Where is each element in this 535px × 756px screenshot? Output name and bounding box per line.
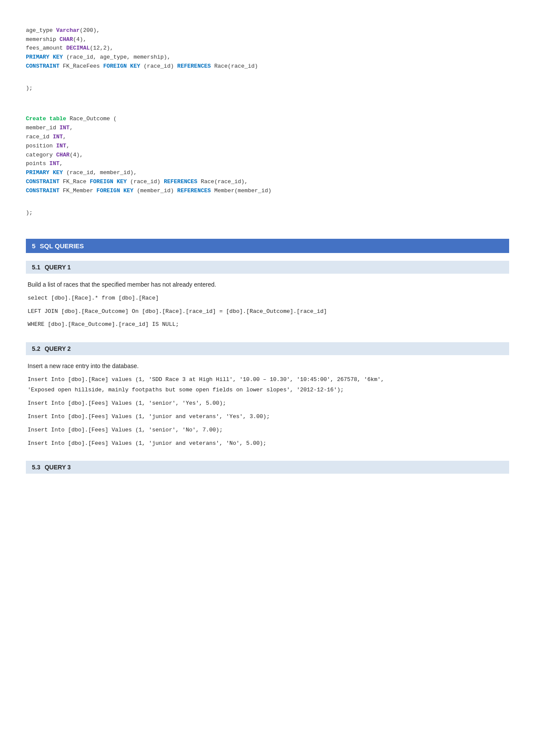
query2-line2: Insert Into [dbo].[Fees] Values (1, 'sen… — [28, 399, 507, 408]
query2-line5: Insert Into [dbo].[Fees] Values (1, 'jun… — [28, 439, 507, 448]
subsection-51-header: 5.1 QUERY 1 — [26, 261, 509, 274]
query1-description: Build a list of races that the specified… — [28, 280, 507, 289]
subsection-52-header: 5.2 QUERY 2 — [26, 342, 509, 355]
query2-description: Insert a new race entry into the databas… — [28, 361, 507, 371]
code-block-top: age_type Varchar(200), memership CHAR(4)… — [26, 13, 509, 75]
subsection-53-number: 5.3 — [32, 464, 40, 471]
code-block-race-outcome: Create table Race_Outcome ( member_id IN… — [26, 102, 509, 200]
query2-line3: Insert Into [dbo].[Fees] Values (1, 'jun… — [28, 412, 507, 422]
subsection-52-title: QUERY 2 — [44, 345, 71, 352]
query2-line1: Insert Into [dbo].[Race] values (1, 'SDD… — [28, 375, 507, 384]
subsection-51-number: 5.1 — [32, 264, 40, 271]
query1-line3: WHERE [dbo].[Race_Outcome].[race_id] IS … — [28, 320, 507, 329]
subsection-51-title: QUERY 1 — [44, 264, 71, 271]
query2-content: Insert a new race entry into the databas… — [26, 361, 509, 448]
subsection-53-header: 5.3 QUERY 3 — [26, 461, 509, 474]
query1-line1: select [dbo].[Race].* from [dbo].[Race] — [28, 294, 507, 303]
query1-line2: LEFT JOIN [dbo].[Race_Outcome] On [dbo].… — [28, 307, 507, 316]
code-block-closing-2: ); — [26, 204, 509, 222]
query1-content: Build a list of races that the specified… — [26, 280, 509, 329]
section-5-header: 5 SQL QUERIES — [26, 239, 509, 253]
section-5-number: 5 — [32, 242, 35, 250]
subsection-52-number: 5.2 — [32, 345, 40, 352]
section-5-title: SQL QUERIES — [40, 242, 84, 250]
subsection-53-title: QUERY 3 — [44, 464, 71, 471]
query2-line1b: 'Exposed open hillside, mainly footpaths… — [28, 386, 507, 395]
code-block-closing-1: ); — [26, 80, 509, 97]
query2-line4: Insert Into [dbo].[Fees] Values (1, 'sen… — [28, 426, 507, 435]
